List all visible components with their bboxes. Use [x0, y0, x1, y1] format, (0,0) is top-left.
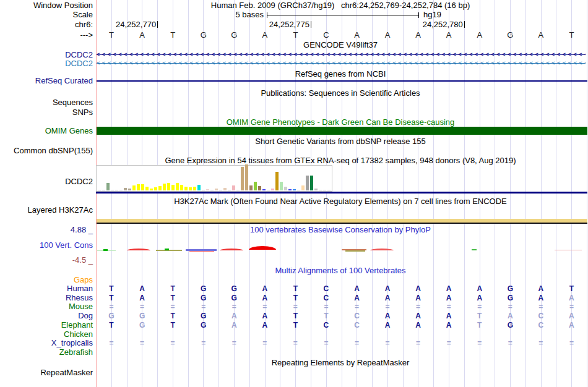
alignment-base: G [495, 284, 525, 293]
alignment-base: A [403, 294, 434, 302]
alignment-base: = [188, 302, 219, 311]
base-letter: T [556, 31, 587, 40]
phylop-mark [189, 251, 214, 252]
gtex-title: Gene Expression in 54 tissues from GTEx … [96, 156, 585, 165]
phylop-mark [156, 250, 182, 251]
gtex-tissue-bar [141, 184, 144, 190]
alignment-base: A [556, 294, 587, 302]
gtex-tissue-bar [280, 182, 283, 190]
phylop-mark [370, 249, 394, 250]
species-label-human[interactable]: Human [0, 284, 93, 293]
alignment-base: = [280, 339, 311, 347]
gtex-tissue-bar [306, 176, 309, 190]
layered-h3k27ac-label[interactable]: Layered H3K27Ac [0, 206, 93, 215]
alignment-base: T [157, 294, 188, 302]
h3k27ac-underline [97, 223, 587, 224]
species-label-gaps[interactable]: Gaps [0, 276, 93, 284]
base-letter: T [280, 31, 311, 40]
gtex-tissue-bar [189, 187, 192, 190]
base-letter: G [218, 31, 249, 40]
species-label-dog[interactable]: Dog [0, 312, 93, 320]
sequences-label[interactable]: Sequences [0, 98, 93, 107]
alignment-base: A [433, 294, 464, 302]
species-label-chicken[interactable]: Chicken [0, 330, 93, 339]
species-label-rhesus[interactable]: Rhesus [0, 294, 93, 302]
alignment-base: A [372, 312, 403, 320]
phylop-mark [220, 249, 243, 250]
alignment-base: A [403, 284, 434, 293]
alignment-base: = [525, 302, 556, 311]
alignment-base: = [311, 339, 342, 347]
base-letter: G [495, 31, 525, 40]
alignment-base: A [372, 294, 403, 302]
alignment-base: A [372, 284, 403, 293]
gtex-gene-label[interactable]: DCDC2 [0, 177, 93, 186]
gene-model-dcdc2-2[interactable]: <<<<<<<<<<<<<<<<<<<<<<<<<<<<<<<<<<<<<<<<… [97, 59, 586, 67]
alignment-base: G [96, 312, 127, 320]
alignment-base: T [464, 321, 495, 330]
alignment-base: A [525, 284, 556, 293]
alignment-base: = [495, 302, 525, 311]
genome-browser: Window Position Human Feb. 2009 (GRCh37/… [0, 0, 588, 387]
base-letter: C [311, 31, 342, 40]
omim-genes-label[interactable]: OMIM Genes [0, 127, 93, 135]
common-dbsnp-label[interactable]: Common dbSNP(155) [0, 147, 93, 155]
gene-label-dcdc2-1[interactable]: DCDC2 [0, 51, 93, 59]
snps-label[interactable]: SNPs [0, 108, 93, 117]
gencode-title: GENCODE V49lift37 [96, 41, 585, 49]
alignment-base: G [218, 294, 249, 302]
gene-label-dcdc2-2[interactable]: DCDC2 [0, 59, 93, 68]
alignment-base: T [280, 284, 311, 293]
alignment-base: G [188, 284, 219, 293]
phylop-mark [103, 249, 108, 251]
conservation-title: 100 vertebrates Basewise Conservation by… [96, 226, 585, 234]
alignment-base: = [218, 302, 249, 311]
base-letter: A [127, 31, 158, 40]
h3k27ac-title: H3K27Ac Mark (Often Found Near Active Re… [96, 197, 585, 206]
scale-bar-left-tick [267, 12, 267, 18]
vert-cons-label[interactable]: 100 Vert. Cons [0, 241, 93, 250]
refseq-curated-label[interactable]: RefSeq Curated [0, 77, 93, 85]
species-label-x_tropicalis[interactable]: X_tropicalis [0, 339, 93, 347]
gtex-tissue-bar [167, 183, 170, 190]
scale-bar [267, 15, 419, 15]
scale-value: 5 bases [96, 11, 264, 19]
gene-model-dcdc2-1[interactable]: <<<<<<<<<<<<<<<<<<<<<<<<<<<<<<<<<<<<<<<<… [97, 51, 586, 59]
refseq-gene-line[interactable] [97, 80, 587, 82]
alignment-base: T [157, 321, 188, 330]
gtex-tissue-bar [223, 188, 227, 190]
coordinate-label: 24,252,770 [100, 20, 156, 28]
coordinate-label: 24,252,780 [407, 20, 463, 28]
gtex-tissue-bar [197, 185, 201, 190]
gtex-tissue-bar [176, 183, 179, 190]
gtex-tissue-bar [293, 189, 296, 190]
alignment-base: = [280, 302, 311, 311]
gtex-tissue-bar [132, 185, 136, 190]
alignment-base: T [157, 284, 188, 293]
alignment-base: = [157, 339, 188, 347]
omim-gene-bar[interactable] [97, 127, 587, 135]
alignment-base: C [311, 294, 342, 302]
gtex-tissue-bar [119, 190, 123, 190]
species-label-mouse[interactable]: Mouse [0, 302, 93, 311]
alignment-base: C [311, 321, 342, 330]
alignment-base: G [127, 321, 158, 330]
alignment-base: C [311, 284, 342, 293]
base-letter: A [433, 31, 464, 40]
alignment-base: = [464, 302, 495, 311]
gtex-expression-panel[interactable] [96, 165, 332, 192]
repeatmasker-label[interactable]: RepeatMasker [0, 368, 93, 377]
base-letter: G [188, 31, 219, 40]
species-label-elephant[interactable]: Elephant [0, 321, 93, 330]
alignment-base: = [556, 302, 587, 311]
alignment-base: = [96, 302, 127, 311]
direction-label[interactable]: ---> [0, 31, 93, 40]
phylop-mark [249, 246, 276, 250]
assembly-title: Human Feb. 2009 (GRCh37/hg19) [211, 1, 334, 10]
multiz-title: Multiz Alignments of 100 Vertebrates [96, 266, 585, 275]
alignment-base: T [280, 312, 311, 320]
chrom-label: chr6: [0, 20, 93, 29]
species-label-zebrafish[interactable]: Zebrafish [0, 348, 93, 357]
alignment-base: = [127, 339, 158, 347]
base-letter: T [157, 31, 188, 40]
